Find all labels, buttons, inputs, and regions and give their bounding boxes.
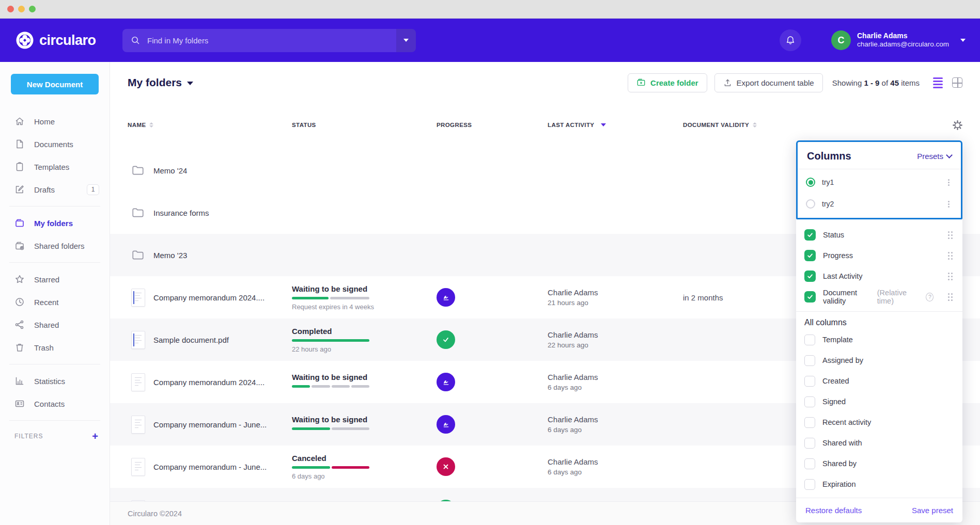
window-minimize-button[interactable]	[18, 6, 25, 12]
column-option-recent-activity[interactable]: Recent activity	[796, 412, 962, 433]
save-preset-button[interactable]: Save preset	[912, 506, 953, 515]
checkbox-checked-icon[interactable]	[804, 229, 816, 241]
checkbox-unchecked-icon[interactable]	[804, 335, 815, 345]
column-option-shared-with[interactable]: Shared with	[796, 433, 962, 453]
column-toggle-last-activity[interactable]: Last Activity	[796, 266, 962, 287]
divider	[9, 364, 100, 364]
document-icon	[131, 373, 145, 391]
status-text: Completed	[292, 327, 437, 336]
drag-handle-icon[interactable]	[948, 273, 950, 274]
radio-unselected-icon[interactable]	[806, 199, 815, 209]
chevron-down-icon	[960, 39, 966, 42]
notifications-button[interactable]	[780, 29, 801, 51]
sidebar-item-statistics[interactable]: Statistics	[0, 370, 110, 392]
drag-handle-icon[interactable]	[948, 293, 950, 295]
create-folder-button[interactable]: Create folder	[628, 73, 707, 92]
column-header-last-activity[interactable]: LAST ACTIVITY	[548, 122, 683, 128]
column-option-shared-by[interactable]: Shared by	[796, 453, 962, 474]
help-icon[interactable]: ?	[926, 293, 934, 301]
column-header-progress[interactable]: PROGRESS	[437, 122, 548, 128]
sidebar-item-starred[interactable]: Starred	[0, 268, 110, 291]
window-close-button[interactable]	[7, 6, 14, 12]
brand-logo[interactable]: circularo	[15, 31, 111, 50]
check-status-icon	[437, 330, 455, 349]
signature-status-icon	[437, 288, 455, 307]
checkbox-checked-icon[interactable]	[804, 250, 816, 261]
home-icon	[14, 116, 25, 126]
sidebar: New Document Home Documents Templates Dr…	[0, 62, 110, 525]
radio-selected-icon[interactable]	[806, 178, 815, 187]
drag-handle-icon[interactable]	[948, 252, 950, 253]
checkbox-unchecked-icon[interactable]	[804, 355, 815, 366]
checkbox-unchecked-icon[interactable]	[804, 417, 815, 428]
page-title-dropdown[interactable]: My folders	[128, 76, 193, 89]
preset-option-try1[interactable]: try1	[798, 173, 961, 191]
sidebar-item-recent[interactable]: Recent	[0, 291, 110, 313]
last-activity-time: 6 days ago	[548, 468, 683, 476]
sidebar-item-shared[interactable]: Shared	[0, 313, 110, 336]
checkbox-checked-icon[interactable]	[804, 291, 816, 303]
column-header-status[interactable]: STATUS	[292, 122, 437, 128]
status-note: 22 hours ago	[292, 345, 437, 353]
presets-dropdown[interactable]: Presets	[917, 152, 952, 161]
search-scope-dropdown[interactable]	[396, 29, 416, 52]
folder-name: Memo '24	[153, 166, 187, 175]
sort-icon	[753, 122, 757, 128]
divider	[9, 262, 100, 263]
grid-view-icon[interactable]	[952, 77, 962, 88]
list-view-icon[interactable]	[933, 77, 943, 88]
column-header-name[interactable]: NAME	[128, 122, 292, 128]
document-icon	[131, 416, 145, 434]
column-option-assigned-by[interactable]: Assigned by	[796, 350, 962, 371]
restore-defaults-button[interactable]: Restore defaults	[805, 506, 862, 515]
checkbox-unchecked-icon[interactable]	[804, 376, 815, 387]
drag-handle-icon[interactable]	[948, 231, 950, 233]
sidebar-item-documents[interactable]: Documents	[0, 133, 110, 155]
search-bar[interactable]	[122, 29, 416, 52]
column-option-signed[interactable]: Signed	[796, 391, 962, 412]
preset-option-try2[interactable]: try2	[798, 195, 961, 213]
column-toggle-status[interactable]: Status	[796, 225, 962, 245]
progress-bar	[292, 385, 369, 388]
user-email: charlie.adams@circularo.com	[857, 40, 949, 49]
column-option-expiration[interactable]: Expiration	[796, 474, 962, 495]
checkbox-unchecked-icon[interactable]	[804, 479, 815, 490]
last-activity-time: 6 days ago	[548, 426, 683, 434]
window-zoom-button[interactable]	[29, 6, 36, 12]
add-filter-button[interactable]: +	[92, 431, 98, 441]
sidebar-item-my-folders[interactable]: My folders	[0, 212, 110, 234]
sidebar-item-trash[interactable]: Trash	[0, 336, 110, 359]
search-input[interactable]	[142, 29, 396, 52]
column-header-document-validity[interactable]: DOCUMENT VALIDITY	[683, 120, 962, 130]
user-menu[interactable]: C Charlie Adams charlie.adams@circularo.…	[831, 30, 966, 50]
sidebar-item-templates[interactable]: Templates	[0, 155, 110, 178]
column-toggle-document-validity[interactable]: Document validity (Relative time) ?	[796, 287, 962, 307]
new-document-button[interactable]: New Document	[11, 74, 99, 94]
column-option-template[interactable]: Template	[796, 329, 962, 350]
sidebar-item-home[interactable]: Home	[0, 110, 110, 133]
canceled-status-icon	[437, 457, 455, 476]
kebab-menu-icon[interactable]	[948, 182, 950, 183]
document-icon	[131, 289, 145, 307]
divider	[9, 206, 100, 206]
columns-settings-panel: Columns Presets try1 try2	[796, 140, 962, 522]
chevron-down-icon	[403, 39, 409, 42]
checkbox-unchecked-icon[interactable]	[804, 438, 815, 449]
column-toggle-progress[interactable]: Progress	[796, 245, 962, 266]
column-option-created[interactable]: Created	[796, 371, 962, 391]
export-icon	[723, 78, 732, 87]
checkbox-unchecked-icon[interactable]	[804, 396, 815, 407]
gear-icon[interactable]	[953, 120, 962, 130]
status-note: Request expires in 4 weeks	[292, 303, 437, 311]
sort-icon	[149, 122, 153, 128]
kebab-menu-icon[interactable]	[948, 203, 950, 205]
sidebar-item-contacts[interactable]: Contacts	[0, 392, 110, 415]
folder-name: Memo '23	[153, 251, 187, 260]
sidebar-item-shared-folders[interactable]: Shared folders	[0, 234, 110, 257]
checkbox-checked-icon[interactable]	[804, 271, 816, 282]
user-name: Charlie Adams	[857, 31, 949, 41]
sidebar-item-drafts[interactable]: Drafts 1	[0, 178, 110, 201]
checkbox-unchecked-icon[interactable]	[804, 458, 815, 469]
export-document-table-button[interactable]: Export document table	[714, 73, 823, 92]
templates-icon	[14, 162, 25, 172]
